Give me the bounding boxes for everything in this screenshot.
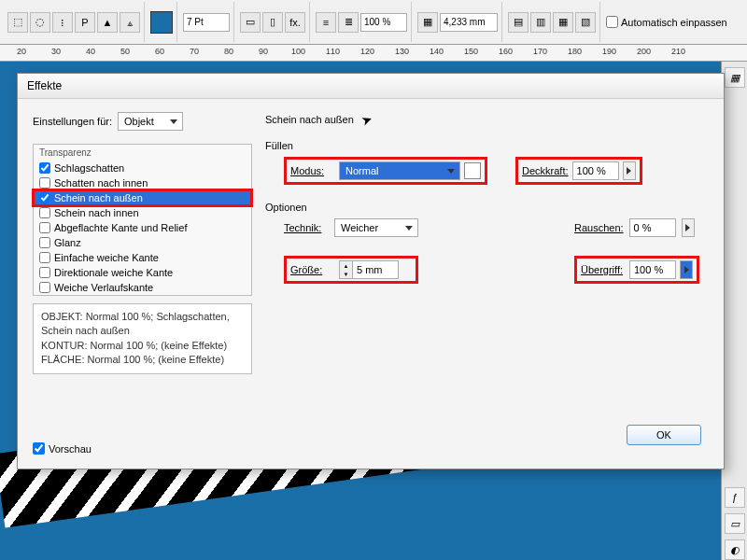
- transparency-group: Transparenz Schlagschatten Schatten nach…: [33, 144, 252, 296]
- paragraph-tool[interactable]: P: [75, 12, 95, 33]
- section-title: Schein nach außen: [265, 114, 354, 125]
- tool-6[interactable]: ⟁: [120, 12, 140, 33]
- opacity-input[interactable]: [572, 161, 619, 180]
- align-1[interactable]: ≡: [316, 12, 336, 33]
- stroke-weight-input[interactable]: [183, 13, 230, 32]
- auto-fit-label: Automatisch einpassen: [621, 17, 727, 28]
- size-label: Größe:: [290, 264, 335, 275]
- effect-directional-feather[interactable]: Direktionale weiche Kante: [34, 265, 251, 280]
- dialog-right-panel: Schein nach außen ➤ Füllen Modus: Normal…: [265, 112, 709, 455]
- opacity-slider[interactable]: [623, 161, 636, 180]
- strip-btn-1[interactable]: ƒ: [725, 487, 745, 508]
- cap-1[interactable]: ▭: [240, 12, 261, 33]
- strip-btn-3[interactable]: ◐: [725, 539, 745, 560]
- effect-gradient-feather[interactable]: Weiche Verlaufskante: [34, 280, 251, 295]
- mode-dropdown[interactable]: Normal: [339, 161, 460, 180]
- options-group-label: Optionen: [265, 202, 709, 213]
- effect-basic-feather[interactable]: Einfache weiche Kante: [34, 250, 251, 265]
- technique-dropdown[interactable]: Weicher: [334, 218, 418, 237]
- auto-fit-checkbox[interactable]: Automatisch einpassen: [606, 16, 727, 28]
- scale-input[interactable]: [360, 13, 407, 32]
- settings-for-value: Objekt: [124, 116, 154, 127]
- noise-label: Rauschen:: [574, 222, 624, 233]
- opacity-label: Deckkraft:: [522, 165, 569, 176]
- strip-btn-2[interactable]: ▭: [725, 513, 745, 534]
- tool-5[interactable]: ▲: [97, 12, 118, 33]
- effect-list: Schlagschatten Schatten nach innen Schei…: [34, 161, 251, 295]
- fill-group-label: Füllen: [265, 140, 709, 151]
- preview-label: Vorschau: [49, 443, 92, 455]
- glow-color-swatch[interactable]: [464, 162, 481, 179]
- spread-slider[interactable]: [680, 260, 693, 279]
- transparency-label: Transparenz: [34, 145, 251, 161]
- opacity-field-highlight: Deckkraft:: [515, 157, 642, 185]
- fit-2[interactable]: ▥: [530, 12, 551, 33]
- frame-fit-icon[interactable]: ▦: [417, 12, 438, 33]
- grid-icon[interactable]: ▦: [725, 67, 745, 88]
- settings-for-label: Einstellungen für:: [33, 116, 112, 127]
- main-toolbar: ⬚ ◌ ⫶ P ▲ ⟁ ▭ ▯ fx. ≡ ≣ ▦ ▤ ▥ ▦ ▧ Automa…: [0, 0, 747, 45]
- settings-for-dropdown[interactable]: Objekt: [118, 112, 183, 131]
- technique-value: Weicher: [341, 222, 378, 233]
- fit-4[interactable]: ▧: [575, 12, 596, 33]
- technique-label: Technik:: [284, 222, 329, 233]
- fill-color-swatch[interactable]: [150, 11, 173, 34]
- dialog-left-panel: Einstellungen für: Objekt Transparenz Sc…: [33, 112, 252, 455]
- tool-1[interactable]: ⬚: [7, 12, 28, 33]
- fx-button[interactable]: fx.: [285, 12, 305, 33]
- spread-input[interactable]: [629, 260, 676, 279]
- dialog-title: Effekte: [18, 74, 724, 99]
- effect-bevel[interactable]: Abgeflachte Kante und Relief: [34, 220, 251, 235]
- width-input[interactable]: [440, 13, 498, 32]
- preview-checkbox[interactable]: Vorschau: [33, 442, 252, 455]
- effects-dialog: Effekte Einstellungen für: Objekt Transp…: [17, 73, 725, 469]
- effects-summary: OBJEKT: Normal 100 %; Schlagschatten, Sc…: [33, 303, 252, 374]
- effect-satin[interactable]: Glanz: [34, 235, 251, 250]
- spread-field-highlight: Übergriff:: [574, 256, 699, 284]
- tool-3[interactable]: ⫶: [52, 12, 73, 33]
- size-input[interactable]: ▲▼: [339, 260, 399, 279]
- effect-inner-shadow[interactable]: Schatten nach innen: [34, 175, 251, 190]
- size-field-highlight: Größe: ▲▼: [284, 256, 418, 284]
- cursor-icon: ➤: [359, 110, 374, 128]
- noise-input[interactable]: [629, 218, 676, 237]
- mode-value: Normal: [345, 165, 378, 176]
- spread-label: Übergriff:: [581, 264, 626, 275]
- cap-2[interactable]: ▯: [262, 12, 283, 33]
- fit-3[interactable]: ▦: [553, 12, 573, 33]
- effect-drop-shadow[interactable]: Schlagschatten: [34, 161, 251, 175]
- mode-field-highlight: Modus: Normal: [284, 157, 487, 185]
- tool-2[interactable]: ◌: [30, 12, 50, 33]
- fit-1[interactable]: ▤: [508, 12, 529, 33]
- ok-button[interactable]: OK: [627, 425, 701, 445]
- effect-inner-glow[interactable]: Schein nach innen: [34, 205, 251, 220]
- effect-outer-glow[interactable]: Schein nach außen: [34, 190, 251, 205]
- right-tool-strip: ▦ ƒ ▭ ◐: [721, 62, 747, 560]
- noise-slider[interactable]: [682, 218, 695, 237]
- horizontal-ruler: 20 30 40 50 60 70 80 90 100 110 120 130 …: [0, 45, 747, 62]
- mode-label: Modus:: [290, 165, 335, 176]
- align-2[interactable]: ≣: [338, 12, 359, 33]
